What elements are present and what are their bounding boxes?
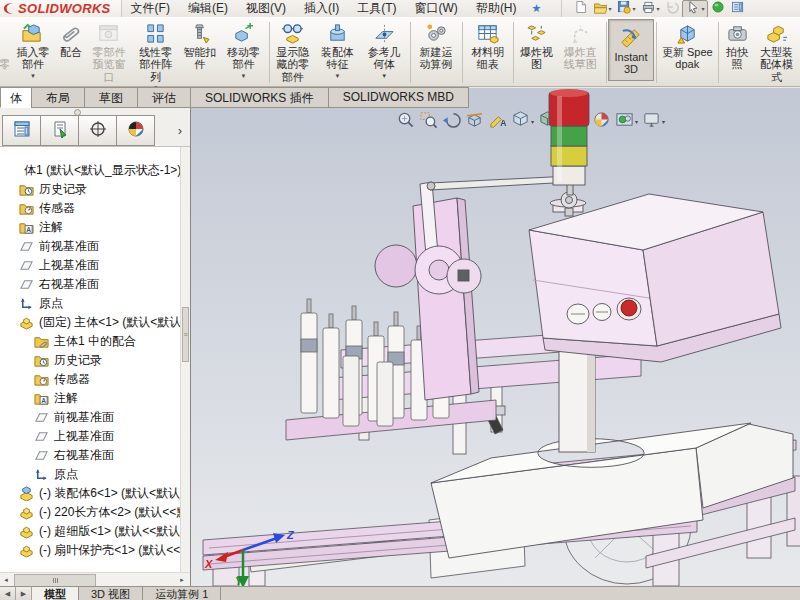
featuremanager-tab[interactable] <box>2 115 41 146</box>
resources-star-icon[interactable] <box>526 2 548 15</box>
tree-item[interactable]: 右视基准面 <box>0 275 190 294</box>
menu-item[interactable]: 视图(V) <box>237 0 295 18</box>
ribbon-button-linear-pattern[interactable]: 线性零部件阵列▼ <box>132 19 179 92</box>
tree-item[interactable]: 体1 (默认<默认_显示状态-1>) <box>0 161 190 180</box>
tree-item[interactable]: 原点 <box>0 294 190 313</box>
menu-item[interactable]: 帮助(H) <box>467 0 526 18</box>
tab-scroll-left-button[interactable] <box>0 587 16 600</box>
scene-button[interactable]: ▾ <box>613 110 640 132</box>
section-view-button[interactable] <box>463 110 486 132</box>
ribbon-button-motion-study[interactable]: 新建运动算例 <box>413 19 460 81</box>
print-button[interactable]: ▾ <box>638 1 662 17</box>
configurationmanager-tab[interactable] <box>78 115 117 146</box>
menu-item[interactable]: 工具(T) <box>348 0 405 18</box>
command-tab[interactable]: 评估 <box>137 87 191 108</box>
graphics-viewport[interactable]: A▾▾▾▾▾ <box>190 88 800 586</box>
mates-folder-icon <box>34 334 51 350</box>
tree-item[interactable]: 传感器 <box>0 199 190 218</box>
feature-tree: 体1 (默认<默认_显示状态-1>)历史记录传感器A注解前视基准面上视基准面右视… <box>0 147 190 572</box>
dropdown-arrow-icon: ▾ <box>656 5 659 12</box>
previous-view-button[interactable] <box>440 110 463 132</box>
ribbon-button-exploded-view[interactable]: 爆炸视图 <box>516 19 557 81</box>
ribbon-button-speedpak[interactable]: 更新 Speedpak <box>658 19 716 81</box>
ribbon-button-explode-sketch[interactable]: 爆炸直线草图 <box>557 19 604 81</box>
save-button[interactable]: ▾ <box>614 1 638 17</box>
ribbon-button-none[interactable]: 零 <box>0 19 9 81</box>
tree-item[interactable]: (-) 220长方体<2> (默认<<默认>_显示状态 1>) <box>0 503 190 522</box>
scrollbar-thumb[interactable] <box>182 307 189 362</box>
menu-item[interactable]: 编辑(E) <box>179 0 237 18</box>
tree-item[interactable]: 传感器 <box>0 370 190 389</box>
ribbon-button-insert-component[interactable]: 插入零部件▼ <box>9 19 56 81</box>
scene-icon <box>615 110 634 132</box>
svg-text:A: A <box>500 118 506 128</box>
history-icon <box>34 353 51 369</box>
view-orientation-icon <box>511 110 530 132</box>
menu-item[interactable]: 插入(I) <box>295 0 348 18</box>
ribbon-button-mate[interactable]: 配合 <box>56 19 85 81</box>
command-tab[interactable]: 体 <box>0 87 32 108</box>
panel-expand-chevron-icon[interactable] <box>170 115 190 146</box>
ribbon-button-move-component[interactable]: 移动零部件▼ <box>220 19 267 81</box>
ribbon-button-component-preview[interactable]: 零部件预览窗口 <box>85 19 132 84</box>
tree-item[interactable]: 上视基准面 <box>0 427 190 446</box>
tree-item[interactable]: 上视基准面 <box>0 256 190 275</box>
appearance-button[interactable] <box>590 110 613 132</box>
tree-item[interactable]: 原点 <box>0 465 190 484</box>
zoom-area-icon <box>419 110 438 132</box>
snapshot-icon <box>726 21 749 46</box>
display-style-button[interactable]: ▾ <box>536 110 563 132</box>
propertymanager-tab[interactable] <box>40 115 79 146</box>
plane-icon <box>19 258 36 274</box>
tree-item[interactable]: (-) 装配体6<1> (默认<默认_显示状态-1>) <box>0 484 190 503</box>
zoom-fit-button[interactable] <box>394 110 417 132</box>
select-button[interactable]: ▾ <box>682 0 708 18</box>
tree-vertical-scrollbar[interactable] <box>180 147 190 572</box>
new-document-button[interactable] <box>570 1 590 17</box>
study-tab[interactable]: 3D 视图 <box>79 587 143 600</box>
command-tab[interactable]: 草图 <box>84 87 138 108</box>
menu-item[interactable]: 文件(F) <box>122 0 179 18</box>
feature-manager-panel: 体1 (默认<默认_显示状态-1>)历史记录传感器A注解前视基准面上视基准面右视… <box>0 108 190 586</box>
tree-item[interactable]: (-) 超细版<1> (默认<<默认>_显示状态 1>) <box>0 522 190 541</box>
tree-item[interactable]: A注解 <box>0 389 190 408</box>
tree-item[interactable]: 主体1 中的配合 <box>0 332 190 351</box>
undo-button[interactable] <box>662 1 682 17</box>
tree-item[interactable]: 右视基准面 <box>0 446 190 465</box>
annotation-view-button[interactable]: A <box>486 110 509 132</box>
tree-item[interactable]: 前视基准面 <box>0 408 190 427</box>
zoom-area-button[interactable] <box>417 110 440 132</box>
tree-horizontal-scrollbar[interactable] <box>0 572 190 586</box>
view-settings-button[interactable]: ▾ <box>640 110 667 132</box>
options-button[interactable] <box>728 1 748 17</box>
ribbon-button-assembly-features[interactable]: 装配体特征▼ <box>314 19 361 81</box>
tree-item[interactable]: (-) 扇叶保护壳<1> (默认<<默认>_显示状态 1>) <box>0 541 190 560</box>
ribbon-button-instant3d[interactable]: Instant3D <box>608 19 653 81</box>
scroll-right-arrow[interactable] <box>176 574 188 585</box>
menu-item[interactable]: 窗口(W) <box>406 0 467 18</box>
ribbon-button-snapshot[interactable]: 拍快照 <box>721 19 753 81</box>
command-tab[interactable]: SOLIDWORKS 插件 <box>190 87 329 108</box>
hide-show-button[interactable]: ▾ <box>563 110 590 132</box>
tab-scroll-right-button[interactable] <box>16 587 32 600</box>
displaymanager-tab[interactable] <box>116 115 155 146</box>
tree-item[interactable]: (固定) 主体<1> (默认<默认_显示状态-1>) <box>0 313 190 332</box>
ribbon-button-smart-fasteners[interactable]: 智能扣件 <box>179 19 220 81</box>
ribbon-button-large-assembly[interactable]: 大型装配体模式 <box>753 19 800 84</box>
instant3d-icon <box>619 26 642 51</box>
tree-item[interactable]: 前视基准面 <box>0 237 190 256</box>
ribbon-button-bom[interactable]: 材料明细表 <box>464 19 511 81</box>
tree-item[interactable]: 历史记录 <box>0 180 190 199</box>
ribbon-button-reference-geometry[interactable]: 参考几何体▼ <box>361 19 408 81</box>
rebuild-button[interactable] <box>708 1 728 17</box>
command-tab[interactable]: SOLIDWORKS MBD <box>328 87 469 108</box>
study-tab[interactable]: 模型 <box>32 587 79 600</box>
command-tab[interactable]: 布局 <box>31 87 85 108</box>
ribbon-button-show-hidden[interactable]: 显示隐藏的零部件 <box>272 19 314 84</box>
tree-item[interactable]: 历史记录 <box>0 351 190 370</box>
study-tab[interactable]: 运动算例 1 <box>143 587 221 600</box>
open-button[interactable]: ▾ <box>590 1 614 17</box>
tree-item[interactable]: A注解 <box>0 218 190 237</box>
view-orientation-button[interactable]: ▾ <box>509 110 536 132</box>
scroll-left-arrow[interactable] <box>0 574 12 585</box>
